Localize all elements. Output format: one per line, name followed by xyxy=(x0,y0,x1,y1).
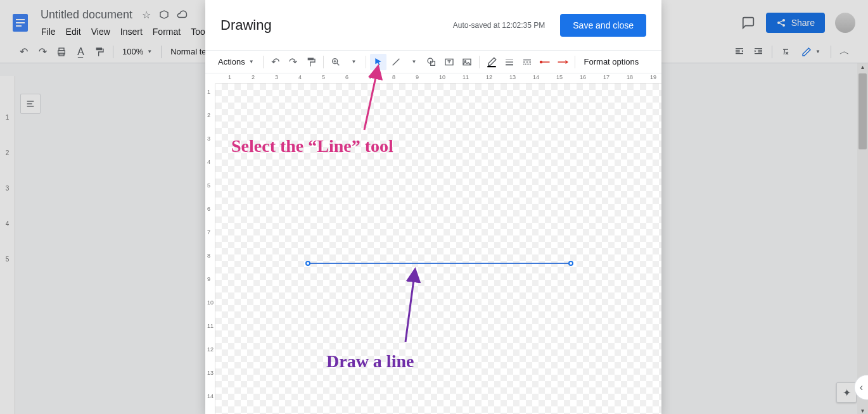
line-start-icon[interactable] xyxy=(537,54,553,70)
image-tool-icon[interactable] xyxy=(459,54,475,70)
drawn-line-shape[interactable] xyxy=(308,263,571,264)
horizontal-ruler: 12345678910111213141516171819 xyxy=(215,73,661,84)
save-and-close-button[interactable]: Save and close xyxy=(560,14,646,37)
svg-line-11 xyxy=(337,63,339,65)
svg-rect-27 xyxy=(529,61,531,62)
zoom-icon[interactable] xyxy=(328,54,344,70)
drawing-canvas[interactable] xyxy=(215,84,661,414)
svg-point-34 xyxy=(539,60,542,63)
select-tool-icon[interactable] xyxy=(370,54,386,70)
svg-rect-24 xyxy=(523,60,531,60)
line-dash-icon[interactable] xyxy=(519,54,535,70)
autosave-status: Auto-saved at 12:02:35 PM xyxy=(453,21,545,30)
line-end-handle[interactable] xyxy=(568,261,573,266)
svg-rect-26 xyxy=(526,61,528,62)
svg-rect-30 xyxy=(527,63,527,64)
redo-icon[interactable]: ↷ xyxy=(285,54,302,70)
svg-rect-32 xyxy=(530,63,530,64)
line-weight-icon[interactable] xyxy=(501,54,518,70)
svg-rect-22 xyxy=(506,61,513,62)
actions-menu[interactable]: Actions▼ xyxy=(213,57,259,66)
shape-tool-icon[interactable] xyxy=(423,54,440,70)
svg-rect-21 xyxy=(506,59,513,60)
vertical-ruler-drawing: 1234567891011121314 xyxy=(205,84,215,414)
svg-rect-20 xyxy=(487,66,496,67)
format-options-button[interactable]: Format options xyxy=(579,57,644,66)
svg-rect-29 xyxy=(525,63,525,64)
line-start-handle[interactable] xyxy=(305,261,310,266)
drawing-dialog: Drawing Auto-saved at 12:02:35 PM Save a… xyxy=(205,0,661,414)
text-box-tool-icon[interactable] xyxy=(441,54,457,70)
line-end-icon[interactable] xyxy=(554,54,571,70)
drawing-toolbar: Actions▼ ↶ ↷ ▼ ▼ Format options xyxy=(205,51,661,73)
line-tool-dropdown-caret[interactable]: ▼ xyxy=(405,54,422,70)
line-color-icon[interactable] xyxy=(483,54,500,70)
undo-icon[interactable]: ↶ xyxy=(267,54,284,70)
dialog-title: Drawing xyxy=(220,17,272,34)
line-tool-icon[interactable] xyxy=(388,54,404,70)
svg-rect-25 xyxy=(523,61,525,62)
svg-rect-23 xyxy=(506,64,513,65)
paint-format-icon[interactable] xyxy=(303,54,319,70)
svg-rect-31 xyxy=(528,63,529,64)
svg-rect-28 xyxy=(523,63,524,64)
zoom-dropdown-caret[interactable]: ▼ xyxy=(345,54,362,70)
svg-line-14 xyxy=(392,58,399,65)
